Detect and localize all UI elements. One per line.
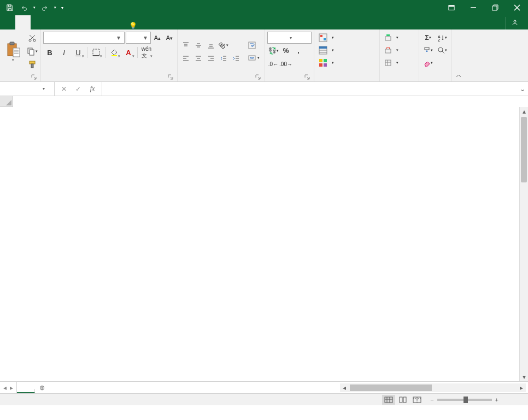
expand-formula-bar[interactable]: ⌄ — [517, 82, 528, 96]
normal-view-icon — [384, 397, 393, 403]
tab-formulas[interactable] — [61, 15, 77, 29]
underline-button[interactable]: U▾ — [72, 46, 85, 59]
tell-me-search[interactable]: 💡 — [122, 22, 139, 29]
delete-cells-button[interactable]: ▾ — [382, 44, 416, 56]
sheet-tab-sheet1[interactable] — [17, 389, 35, 393]
tab-file[interactable] — [0, 15, 15, 29]
align-top-button[interactable] — [180, 39, 192, 51]
font-size-combo[interactable]: ▾ — [126, 32, 151, 44]
bold-button[interactable]: B — [43, 46, 56, 59]
undo-dropdown[interactable]: ▾ — [32, 1, 37, 14]
save-button[interactable] — [3, 1, 16, 14]
scroll-down-arrow[interactable]: ▾ — [520, 372, 528, 381]
cut-button[interactable] — [26, 32, 38, 44]
format-as-table-button[interactable]: ▾ — [316, 44, 377, 56]
italic-button[interactable]: I — [57, 46, 71, 59]
tab-home[interactable] — [15, 15, 31, 29]
collapse-ribbon-button[interactable] — [452, 29, 465, 81]
tab-review[interactable] — [92, 15, 107, 29]
fill-button[interactable]: ▾ — [421, 44, 435, 56]
format-painter-button[interactable] — [26, 58, 38, 70]
normal-view-button[interactable] — [382, 395, 395, 405]
tab-view[interactable] — [107, 15, 122, 29]
share-button[interactable] — [506, 17, 526, 29]
select-all-corner[interactable] — [0, 96, 13, 107]
ribbon-display-options[interactable] — [441, 0, 462, 15]
merge-center-button[interactable]: ▾ — [245, 52, 262, 64]
tab-insert[interactable] — [31, 15, 46, 29]
lightbulb-icon: 💡 — [129, 22, 137, 29]
page-layout-view-button[interactable] — [396, 395, 409, 405]
cells-area[interactable] — [13, 107, 519, 381]
phonetic-button[interactable]: wén文▾ — [140, 46, 153, 59]
cell-styles-button[interactable]: ▾ — [316, 57, 377, 69]
vertical-scrollbar[interactable]: ▴ ▾ — [519, 107, 528, 381]
minimize-button[interactable] — [462, 0, 484, 15]
percent-button[interactable]: % — [280, 45, 292, 57]
wrap-text-button[interactable] — [245, 39, 262, 51]
decrease-font-button[interactable]: A▾ — [164, 32, 175, 44]
increase-font-button[interactable]: A▴ — [152, 32, 163, 44]
formula-input[interactable] — [102, 82, 517, 96]
font-name-combo[interactable]: ▾ — [43, 32, 125, 44]
increase-decimal-button[interactable]: .0← — [267, 58, 279, 70]
qat-customize[interactable]: ▾ — [59, 1, 66, 14]
font-color-button[interactable]: A▾ — [122, 46, 135, 59]
align-left-button[interactable] — [180, 52, 192, 64]
number-format-combo[interactable]: ▾ — [267, 32, 312, 44]
tab-data[interactable] — [77, 15, 92, 29]
close-button[interactable] — [506, 0, 528, 15]
chevron-down-icon[interactable]: ▾ — [142, 34, 149, 42]
dialog-launcher-icon[interactable] — [255, 74, 261, 80]
align-middle-button[interactable] — [192, 39, 204, 51]
new-sheet-button[interactable]: ⊕ — [35, 382, 49, 393]
enter-button[interactable]: ✓ — [71, 82, 85, 96]
insert-function-button[interactable]: fx — [85, 82, 99, 96]
paste-button[interactable]: ▾ — [2, 40, 24, 62]
zoom-out-button[interactable]: − — [430, 397, 433, 403]
copy-button[interactable]: ▾ — [26, 45, 38, 57]
chevron-down-icon[interactable]: ▾ — [43, 86, 47, 91]
scroll-thumb[interactable] — [350, 384, 432, 391]
dialog-launcher-icon[interactable] — [31, 74, 37, 80]
cancel-button[interactable]: ✕ — [57, 82, 71, 96]
decrease-indent-button[interactable] — [218, 52, 230, 64]
autosum-button[interactable]: Σ▾ — [421, 32, 435, 44]
increase-indent-button[interactable] — [230, 52, 242, 64]
scroll-right-arrow[interactable]: ▸ — [517, 383, 526, 392]
scroll-left-arrow[interactable]: ◂ — [340, 383, 349, 392]
tab-page-layout[interactable] — [46, 15, 61, 29]
sheet-nav[interactable]: ◂▸ — [0, 382, 16, 393]
horizontal-scrollbar[interactable]: ◂ ▸ — [340, 383, 526, 392]
fill-color-button[interactable]: ▾ — [108, 46, 121, 59]
name-box[interactable]: ▾ — [0, 82, 55, 96]
find-select-button[interactable]: ▾ — [436, 44, 449, 56]
align-center-button[interactable] — [192, 52, 204, 64]
zoom-in-button[interactable]: + — [495, 397, 498, 403]
dialog-launcher-icon[interactable] — [167, 74, 174, 80]
zoom-slider[interactable] — [437, 399, 492, 401]
login-button[interactable] — [495, 21, 506, 26]
redo-button[interactable] — [38, 1, 51, 14]
dialog-launcher-icon[interactable] — [304, 74, 310, 80]
clear-button[interactable]: ▾ — [421, 57, 435, 69]
undo-button[interactable] — [17, 1, 31, 14]
align-bottom-button[interactable] — [205, 39, 217, 51]
border-button[interactable]: ▾ — [90, 46, 103, 59]
scroll-up-arrow[interactable]: ▴ — [520, 107, 528, 116]
redo-dropdown[interactable]: ▾ — [52, 1, 58, 14]
restore-button[interactable] — [484, 0, 506, 15]
comma-button[interactable]: , — [292, 45, 304, 57]
page-break-view-button[interactable] — [410, 395, 424, 405]
align-right-button[interactable] — [205, 52, 217, 64]
insert-cells-button[interactable]: ▾ — [382, 32, 416, 44]
orientation-button[interactable]: ab▾ — [218, 39, 230, 51]
decrease-decimal-button[interactable]: .00→ — [280, 58, 292, 70]
format-cells-button[interactable]: ▾ — [382, 57, 416, 69]
svg-point-12 — [33, 39, 36, 42]
chevron-down-icon[interactable]: ▾ — [115, 34, 122, 42]
accounting-format-button[interactable]: 💱▾ — [267, 45, 279, 57]
scroll-thumb[interactable] — [521, 117, 527, 182]
sort-filter-button[interactable]: AZ▾ — [436, 32, 449, 44]
conditional-format-button[interactable]: ▾ — [316, 32, 377, 44]
